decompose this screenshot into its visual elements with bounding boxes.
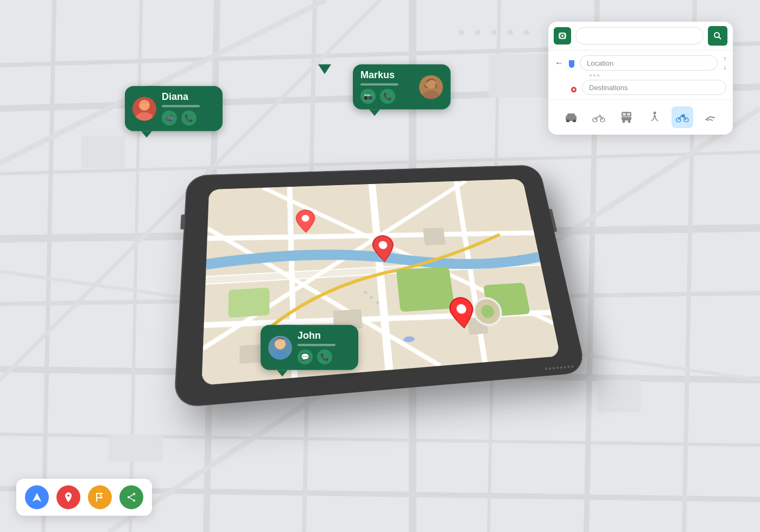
svg-marker-70: [33, 493, 41, 502]
diana-info-card: Diana 📹 📞: [125, 86, 223, 131]
svg-point-94: [653, 112, 656, 115]
john-actions[interactable]: 💬 📞: [297, 349, 351, 364]
svg-line-81: [719, 37, 721, 40]
location-input-field[interactable]: Location: [580, 55, 718, 71]
navigation-panel: ← Location ↑ ↓: [548, 22, 733, 135]
bicycle-mode-button[interactable]: [672, 106, 693, 128]
john-info: John 💬 📞: [297, 330, 351, 364]
john-message-btn[interactable]: 💬: [297, 349, 313, 364]
diana-info: Diana 📹 📞: [162, 91, 215, 125]
map-pin-markus: [371, 235, 395, 264]
diana-status-bar: [162, 105, 200, 107]
john-call-btn[interactable]: 📞: [317, 349, 332, 364]
svg-point-73: [128, 496, 130, 498]
route-connector: [590, 74, 726, 77]
location-input-row: ← Location ↑ ↓: [555, 55, 726, 71]
share-button[interactable]: [119, 485, 143, 509]
markus-camera-btn[interactable]: 📷: [360, 88, 376, 104]
svg-rect-79: [561, 33, 564, 34]
phone-screen: [201, 179, 560, 385]
flag-button[interactable]: [88, 485, 112, 509]
markus-actions[interactable]: 📷 📞: [360, 88, 408, 104]
location-placeholder-text: Location: [587, 59, 613, 67]
location-pin-button[interactable]: [56, 485, 80, 509]
svg-point-82: [569, 62, 574, 68]
svg-rect-89: [623, 113, 626, 116]
svg-rect-48: [423, 227, 446, 245]
diana-name: Diana: [162, 91, 215, 103]
markus-status-bar: [360, 83, 398, 85]
destination-input-field[interactable]: Destinations: [582, 80, 726, 95]
motorbike-mode-button[interactable]: [588, 106, 610, 128]
transit-mode-button[interactable]: [616, 106, 637, 128]
john-name: John: [297, 330, 351, 341]
diana-avatar: [132, 97, 156, 121]
swap-button[interactable]: ↑ ↓: [723, 55, 726, 71]
destination-placeholder-text: Destinations: [589, 84, 628, 92]
walk-mode-button[interactable]: [644, 106, 666, 128]
svg-point-72: [133, 499, 135, 502]
bottom-action-bar: [16, 479, 152, 516]
markus-info-card: Markus 📷 📞: [353, 64, 451, 109]
diana-video-btn[interactable]: 📹: [162, 110, 177, 125]
john-info-card: John 💬 📞: [261, 325, 358, 370]
search-submit-button[interactable]: [708, 26, 727, 46]
destination-dot: [571, 85, 577, 90]
markus-name: Markus: [360, 69, 408, 81]
phone-side-button: [180, 214, 185, 230]
phone-device: Diana 📹 📞 Markus 📷 📞: [190, 156, 570, 384]
svg-point-62: [136, 112, 153, 121]
john-status-bar: [297, 344, 335, 346]
location-dot: [569, 60, 574, 66]
phone-bottom-dots: [545, 365, 574, 370]
svg-point-93: [628, 121, 631, 123]
car-mode-button[interactable]: [560, 106, 582, 128]
svg-line-74: [130, 495, 133, 497]
destination-input-row: Destinations: [555, 80, 726, 95]
markus-avatar: [419, 75, 443, 99]
main-content: Diana 📹 📞 Markus 📷 📞: [0, 0, 760, 532]
svg-point-66: [422, 90, 440, 99]
svg-point-92: [623, 121, 625, 123]
back-arrow[interactable]: ←: [555, 58, 563, 68]
main-search-input[interactable]: [575, 27, 704, 45]
search-row: [548, 22, 733, 50]
svg-rect-90: [627, 113, 630, 116]
flight-mode-button[interactable]: [699, 106, 721, 128]
svg-point-63: [139, 99, 150, 110]
svg-rect-42: [396, 267, 455, 312]
markus-call-btn[interactable]: 📞: [380, 88, 395, 104]
map-pin-diana: [295, 209, 315, 235]
location-inputs-section: ← Location ↑ ↓: [548, 50, 733, 100]
navigate-button[interactable]: [25, 485, 49, 509]
svg-line-75: [130, 498, 133, 500]
john-avatar: [268, 335, 292, 359]
diana-call-btn[interactable]: 📞: [181, 110, 197, 125]
svg-point-71: [133, 493, 135, 495]
markus-info: Markus 📷 📞: [360, 69, 408, 104]
svg-point-68: [271, 351, 289, 359]
svg-rect-44: [228, 288, 269, 318]
svg-point-69: [275, 338, 286, 349]
map-display: [201, 179, 560, 385]
phone-body: [175, 166, 585, 407]
transport-modes-row: [548, 100, 733, 135]
diana-actions[interactable]: 📹 📞: [162, 110, 215, 125]
svg-point-77: [561, 35, 563, 37]
phone-power-button: [549, 209, 558, 232]
search-camera-icon: [554, 27, 571, 45]
